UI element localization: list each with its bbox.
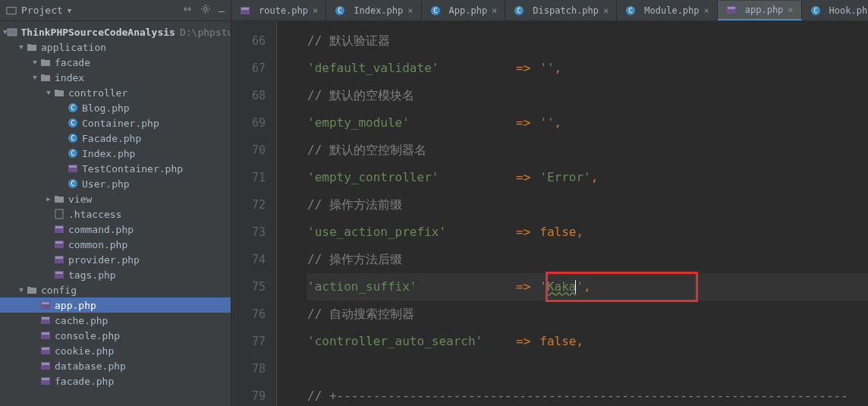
tree-label: Facade.php — [82, 133, 141, 144]
expand-icon[interactable]: ▼ — [30, 74, 39, 81]
project-sidebar: Project ▼ — ▼ ThinkPHPSourceCodeAnalysis… — [0, 0, 231, 406]
code-line[interactable]: // 默认验证器 — [307, 27, 868, 55]
config-key: 'empty_controller' — [307, 170, 439, 184]
tree-node[interactable]: .htaccess — [0, 206, 231, 222]
svg-point-1 — [203, 8, 206, 11]
tree-label: .htaccess — [68, 209, 121, 220]
arrow-op: => — [516, 55, 530, 82]
php-icon — [39, 314, 52, 326]
tree-label: cache.php — [55, 315, 108, 326]
tree-node[interactable]: ▶view — [0, 191, 231, 206]
editor-tab[interactable]: route.php× — [231, 1, 326, 20]
tree-node[interactable]: TestContainer.php — [0, 161, 231, 176]
class-icon: C — [810, 5, 822, 17]
code-line[interactable]: 'default_validate'=>'', — [307, 55, 868, 82]
code-line[interactable]: 'empty_controller'=>'Error', — [307, 164, 868, 191]
tree-node[interactable]: cookie.php — [0, 343, 231, 358]
tab-label: Hook.php — [829, 5, 868, 16]
expand-icon[interactable]: ▶ — [44, 195, 53, 203]
code-line[interactable]: // 操作方法后缀 — [307, 246, 868, 273]
tree-node[interactable]: ▼facade — [0, 55, 231, 70]
tree-label: application — [41, 42, 106, 53]
sidebar-header: Project ▼ — — [0, 0, 231, 21]
expand-icon[interactable]: ▼ — [30, 58, 39, 66]
code-line[interactable] — [307, 355, 868, 382]
tree-label: command.php — [68, 224, 134, 235]
tree-label: console.php — [55, 330, 120, 341]
svg-rect-21 — [55, 257, 63, 259]
svg-text:C: C — [338, 7, 342, 14]
tree-node[interactable]: cache.php — [0, 313, 231, 328]
php-icon — [39, 375, 52, 387]
code-line[interactable]: // 自动搜索控制器 — [307, 301, 868, 328]
chevron-down-icon[interactable]: ▼ — [68, 7, 71, 14]
blank — [307, 355, 315, 382]
editor-tab[interactable]: app.php× — [718, 1, 802, 20]
root-path: D:\phpstudy_p — [180, 27, 231, 38]
tree-label: database.php — [55, 360, 126, 372]
tree-node[interactable]: CIndex.php — [0, 146, 231, 161]
tree-node[interactable]: database.php — [0, 358, 231, 373]
editor-tab[interactable]: CIndex.php× — [326, 1, 421, 20]
code-line[interactable]: // 操作方法前缀 — [307, 191, 868, 219]
tree-node[interactable]: CBlog.php — [0, 100, 231, 115]
minimize-icon[interactable]: — — [219, 5, 225, 17]
php-icon — [39, 329, 52, 341]
code-line[interactable]: // 默认的空模块名 — [307, 82, 868, 109]
code-line[interactable]: 'controller_auto_search'=>false, — [307, 328, 868, 355]
tree-node[interactable]: ▼index — [0, 70, 231, 85]
project-tree[interactable]: ▼ ThinkPHPSourceCodeAnalysis D:\phpstudy… — [0, 21, 231, 392]
tree-node[interactable]: ▼application — [0, 39, 231, 55]
expand-icon[interactable]: ▼ — [17, 286, 26, 294]
tree-node[interactable]: common.php — [0, 237, 231, 252]
svg-rect-35 — [42, 378, 49, 380]
tree-root[interactable]: ▼ ThinkPHPSourceCodeAnalysis D:\phpstudy… — [0, 24, 231, 39]
tree-node[interactable]: CFacade.php — [0, 131, 231, 146]
close-icon[interactable]: × — [788, 5, 793, 15]
svg-rect-31 — [42, 348, 49, 350]
class-icon: C — [67, 117, 79, 129]
gutter: 6667686970717273747576777879 — [231, 21, 277, 406]
tree-node[interactable]: ▼controller — [0, 85, 231, 100]
gear-icon[interactable] — [200, 4, 211, 17]
code-area[interactable]: 6667686970717273747576777879 // 默认验证器'de… — [231, 21, 868, 406]
tree-node[interactable]: ▼config — [0, 282, 231, 297]
tree-node[interactable]: provider.php — [0, 252, 231, 267]
code-line[interactable]: // +------------------------------------… — [307, 382, 868, 406]
svg-rect-27 — [42, 317, 49, 319]
svg-rect-47 — [728, 7, 735, 9]
comma: , — [555, 109, 562, 137]
tree-node[interactable]: tags.php — [0, 267, 231, 282]
close-icon[interactable]: × — [407, 5, 413, 16]
tree-node[interactable]: console.php — [0, 328, 231, 343]
expand-icon[interactable]: ▼ — [17, 43, 26, 51]
tree-node[interactable]: CUser.php — [0, 176, 231, 191]
code-line[interactable]: // 默认的空控制器名 — [307, 137, 868, 164]
dir-icon — [26, 41, 38, 53]
class-icon: C — [513, 5, 525, 17]
collapse-icon[interactable] — [182, 4, 193, 17]
editor-tab[interactable]: CApp.php× — [422, 1, 506, 20]
tree-label: tags.php — [68, 269, 116, 281]
editor-tab[interactable]: CHook.php× — [802, 1, 868, 20]
editor-tab[interactable]: CModule.php× — [617, 1, 717, 20]
svg-rect-23 — [55, 272, 63, 274]
close-icon[interactable]: × — [492, 5, 497, 16]
tab-label: Module.php — [644, 5, 699, 16]
expand-icon[interactable]: ▼ — [44, 89, 53, 96]
code-content[interactable]: // 默认验证器'default_validate'=>'',// 默认的空模块… — [277, 21, 868, 406]
code-line[interactable]: 'empty_module'=>'', — [307, 109, 868, 137]
class-icon: C — [624, 5, 637, 17]
close-icon[interactable]: × — [313, 5, 318, 16]
close-icon[interactable]: × — [704, 5, 709, 16]
tree-node[interactable]: facade.php — [0, 373, 231, 389]
code-line[interactable]: 'use_action_prefix'=>false, — [307, 219, 868, 246]
editor-tab[interactable]: CDispatch.php× — [505, 1, 617, 20]
tree-node[interactable]: app.php — [0, 297, 231, 313]
close-icon[interactable]: × — [603, 5, 609, 16]
tree-node[interactable]: CContainer.php — [0, 115, 231, 131]
tree-node[interactable]: command.php — [0, 222, 231, 237]
sidebar-title[interactable]: Project — [21, 5, 63, 16]
comment: // 默认的空控制器名 — [307, 137, 426, 164]
php-icon — [53, 269, 65, 281]
